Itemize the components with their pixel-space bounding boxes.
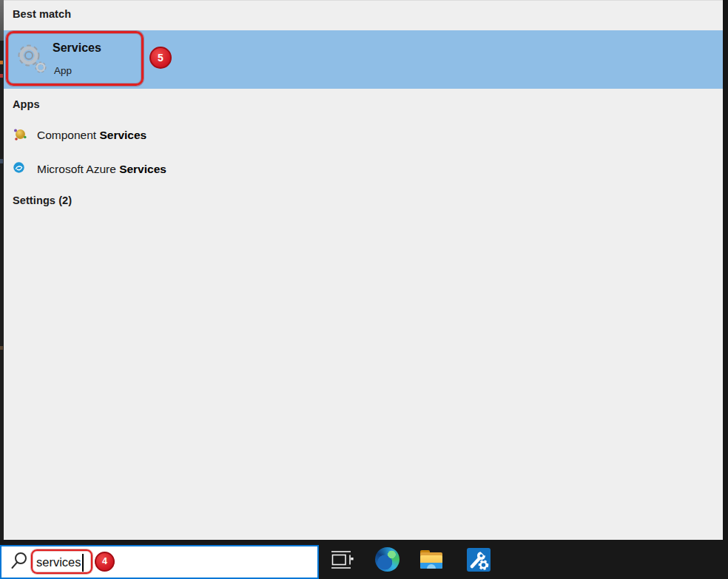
task-view-button[interactable] [326, 540, 358, 579]
folder-arch [420, 563, 442, 569]
section-header-apps: Apps [13, 98, 40, 110]
file-explorer-icon [420, 550, 442, 569]
annotation-badge-5: 5 [149, 47, 172, 69]
result-label-prefix: Component [37, 129, 99, 141]
annotation-rect-best-match [6, 31, 144, 86]
section-header-best-match: Best match [13, 8, 71, 20]
edge-browser-button[interactable] [371, 540, 403, 579]
result-label: Component Services [37, 129, 146, 142]
result-label-match: Services [119, 163, 166, 175]
section-header-settings: Settings (2) [13, 194, 72, 206]
magnifier-icon [10, 551, 29, 575]
task-view-icon [331, 549, 354, 570]
annotation-rect-search [31, 549, 92, 574]
services-tools-icon [467, 548, 491, 572]
desktop-edge-strip-right [723, 0, 728, 579]
result-label: Microsoft Azure Services [37, 163, 166, 176]
file-explorer-button[interactable] [415, 540, 448, 579]
result-microsoft-azure-services[interactable]: Microsoft Azure Services [4, 155, 723, 184]
result-component-services[interactable]: Component Services [4, 121, 723, 150]
result-label-prefix: Microsoft Azure [37, 163, 119, 175]
services-tools-button[interactable] [462, 540, 495, 579]
edge-browser-icon [375, 547, 400, 572]
result-label-match: Services [99, 129, 146, 141]
annotation-badge-4: 4 [95, 552, 115, 572]
component-services-icon [13, 128, 27, 144]
azure-services-icon [13, 162, 24, 176]
